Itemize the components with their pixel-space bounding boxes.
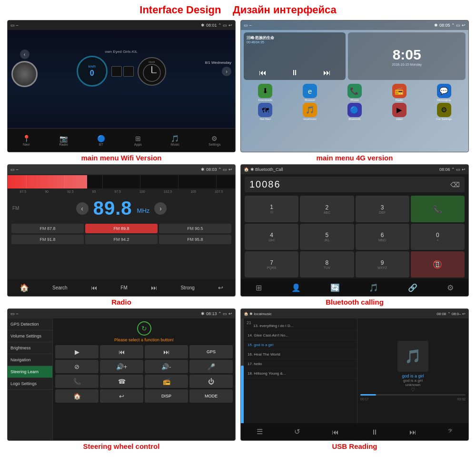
nav-left[interactable]: ‹	[20, 50, 30, 59]
bt-icon-5[interactable]: 🔗	[408, 283, 417, 292]
ctrl-back[interactable]: ↩	[100, 389, 143, 403]
key-1[interactable]: 1⊡	[245, 196, 298, 222]
playlist-item-17[interactable]: 17. hello	[244, 359, 357, 369]
sidebar-logo[interactable]: Logo Settings	[8, 378, 52, 390]
ctrl-mode[interactable]: MODE	[189, 389, 233, 403]
controls-grid: ▶ ⏮ ⏭ GPS ⊘ 🔊+ 🔊- 🎤 📞 ☎ 📻 ⏻	[55, 345, 233, 403]
app-netnavi[interactable]: 🗺 Net Navi	[244, 103, 287, 120]
key-4[interactable]: 4GHI	[245, 224, 298, 250]
key-3[interactable]: 3DEF	[356, 196, 409, 222]
key-hash[interactable]: 📵	[411, 251, 465, 278]
caption-bt: Bluetooth calling	[326, 298, 384, 306]
music-title-4g: 汪峰·怒族的生命	[247, 35, 343, 40]
sidebar-navigation[interactable]: Navigation	[8, 354, 52, 366]
eq-bar	[8, 175, 235, 188]
usb-play-icon[interactable]: ⏸	[371, 428, 378, 436]
sidebar-volume[interactable]: Volume Settings	[8, 330, 52, 342]
ctrl-play[interactable]: ▶	[55, 345, 99, 358]
preset-4[interactable]: FM 91.8	[11, 235, 84, 244]
ctrl-next[interactable]: ⏭	[145, 345, 188, 358]
home-btn-radio[interactable]: 🏠	[20, 283, 29, 292]
usb-playlist-icon[interactable]: ☰	[257, 427, 263, 436]
key-5[interactable]: 5JKL	[300, 224, 354, 250]
app-phone[interactable]: 📞 Phone	[333, 84, 377, 101]
key-7[interactable]: 7PQRS	[245, 251, 298, 278]
ctrl-prev[interactable]: ⏮	[100, 345, 143, 358]
bottom-bar-bt: ⊞ 👤 🔄 🎵 🔗 ⚙	[241, 279, 468, 296]
key-0plus[interactable]: 0+	[411, 224, 465, 250]
call-red-btn[interactable]: 📵	[411, 251, 465, 278]
preset-3[interactable]: FM 90.5	[159, 224, 231, 233]
playlist-item-18[interactable]: 18. Hillsong Young &...	[244, 369, 357, 378]
strong-btn[interactable]: Strong	[180, 285, 194, 290]
ctrl-voldown[interactable]: 🔊-	[145, 360, 188, 373]
music-item[interactable]: 🎵Music	[171, 135, 179, 146]
ctrl-power[interactable]: ⏻	[189, 375, 233, 388]
title-en: Interface Design	[139, 4, 221, 16]
music-controls-4g: ⏮ ⏸ ⏭	[247, 69, 343, 77]
key-9[interactable]: 9WXYZ	[356, 251, 409, 278]
nav-item[interactable]: 📍Navi	[22, 135, 30, 146]
usb-eq-icon[interactable]: 𝄢	[448, 427, 453, 436]
sidebar-gps[interactable]: GPS Detection	[8, 318, 52, 330]
key-6[interactable]: 6MNO	[356, 224, 409, 250]
ctrl-mute[interactable]: ⊘	[55, 360, 99, 373]
key-star[interactable]: 📞	[411, 196, 465, 222]
ctrl-radio[interactable]: 📻	[145, 375, 188, 388]
ctrl-mic[interactable]: 🎤	[189, 360, 233, 373]
bt-icon-4[interactable]: 🎵	[369, 283, 378, 292]
usb-next-icon[interactable]: ⏭	[409, 428, 416, 436]
usb-prev-icon[interactable]: ⏮	[332, 428, 339, 436]
usb-shuffle-icon[interactable]: ↺	[294, 427, 300, 436]
playlist-item-16[interactable]: 16. Heal The World	[244, 350, 357, 359]
key-2[interactable]: 2ABC	[300, 196, 354, 222]
bt-icon-6[interactable]: ⚙	[447, 283, 454, 292]
prev-btn-radio[interactable]: ⏮	[91, 284, 97, 291]
prev-btn-4g[interactable]: ⏮	[259, 69, 267, 77]
bt-item[interactable]: 🔵BT	[97, 135, 105, 146]
app-radio[interactable]: 📻 Radio	[377, 84, 421, 101]
app-localmusic[interactable]: 🎵 localmusic	[288, 103, 332, 120]
app-downloads[interactable]: ⬇ Downloads	[244, 84, 287, 101]
nav-right[interactable]: ›	[222, 67, 231, 76]
ctrl-gps[interactable]: GPS	[189, 345, 233, 358]
playlist-item-14[interactable]: 14. Glee Cast-Ain't No...	[244, 331, 357, 340]
preset-5[interactable]: FM 94.2	[85, 235, 158, 244]
ctrl-call[interactable]: 📞	[55, 375, 99, 388]
play-btn-4g[interactable]: ⏸	[291, 69, 298, 77]
app-bluetooth[interactable]: 🔵 Bluetooth	[333, 103, 377, 120]
bt-icon-2[interactable]: 👤	[291, 283, 301, 292]
next-btn-4g[interactable]: ⏭	[323, 69, 331, 77]
call-green-btn[interactable]: 📞	[411, 196, 465, 222]
bt-icon-1[interactable]: ⊞	[256, 283, 262, 292]
settings-item[interactable]: ⚙Settings	[208, 135, 220, 146]
fm-toggle[interactable]: FM	[120, 285, 127, 290]
key-8[interactable]: 8TUV	[300, 251, 354, 278]
radio-item[interactable]: 📷Radio	[60, 135, 68, 146]
ctrl-home[interactable]: 🏠	[55, 389, 99, 403]
back-btn-radio[interactable]: ↩	[218, 284, 223, 291]
backspace-icon[interactable]: ⌫	[450, 181, 460, 188]
sidebar-steering-learn[interactable]: Steering Learn	[8, 366, 52, 378]
sidebar-brightness[interactable]: Brightness	[8, 342, 52, 354]
search-btn-radio[interactable]: Search	[52, 285, 68, 290]
ctrl-disp[interactable]: DISP	[145, 389, 188, 403]
app-msg[interactable]: 💬 Messaging	[422, 84, 466, 101]
preset-6[interactable]: FM 95.8	[159, 235, 231, 244]
next-btn-radio[interactable]: ⏭	[151, 284, 157, 291]
ctrl-volup[interactable]: 🔊+	[100, 360, 143, 373]
bt-icon-3[interactable]: 🔄	[330, 283, 340, 292]
app-browser[interactable]: e Browser	[288, 84, 332, 101]
arrow-left[interactable]: ‹	[76, 202, 89, 215]
app-carsettings[interactable]: ⚙ Car Settings	[422, 103, 466, 120]
app-video[interactable]: ▶ video	[377, 103, 421, 120]
prompt-steering: Please select a function button!	[114, 337, 174, 342]
apps-item[interactable]: ⊞Apps	[134, 135, 142, 146]
preset-1[interactable]: FM 87.8	[11, 224, 84, 233]
ctrl-hangup[interactable]: ☎	[100, 375, 143, 388]
playlist-item-15[interactable]: 15. god is a girl	[244, 340, 357, 350]
arrow-right[interactable]: ›	[154, 202, 167, 215]
preset-2[interactable]: FM 89.8	[85, 224, 158, 233]
dialed-number: 10086	[249, 179, 281, 190]
playlist-item-13[interactable]: 13. everything i do I D...	[244, 321, 357, 331]
